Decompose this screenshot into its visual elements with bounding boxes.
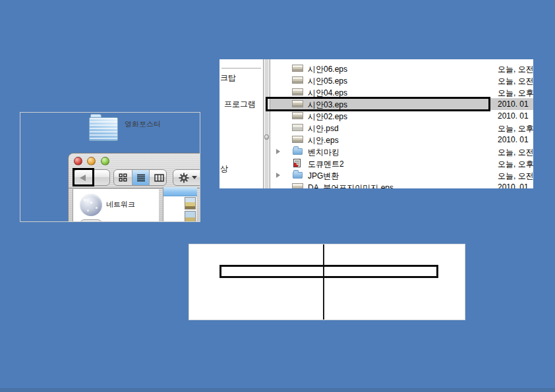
zoom-button[interactable] (101, 157, 109, 165)
desktop-folder-icon[interactable] (89, 114, 119, 142)
file-date: 2010. 01 (498, 111, 529, 121)
file-name: 벤치마킹 (308, 147, 339, 158)
eps-thumbnail-icon (292, 136, 303, 143)
disclosure-triangle-icon[interactable] (276, 149, 280, 154)
sidebar-item-movies[interactable]: 상 (220, 163, 228, 175)
file-row[interactable]: DA_불어표지이미지.eps2010. 01 (270, 181, 533, 188)
document-icon (293, 159, 301, 167)
psd-thumbnail-icon (292, 124, 303, 131)
sidebar-item-desktop[interactable]: 크탑 (220, 72, 236, 84)
file-date: 오늘, 오전 (498, 76, 533, 87)
close-button[interactable] (74, 157, 82, 165)
window-sidebar: 네트워크 (73, 189, 159, 222)
file-thumbnail[interactable] (185, 211, 196, 222)
bottom-edge-strip (0, 388, 555, 392)
sidebar-separator (221, 68, 261, 69)
file-date: 오늘, 오전 (498, 171, 533, 182)
file-row[interactable]: 시안02.eps2010. 01 (270, 110, 533, 122)
desktop-folder-label[interactable]: 영화포스터 (125, 119, 161, 129)
file-row[interactable]: 벤치마킹오늘, 오전 (270, 146, 533, 157)
column-view-icon (154, 174, 164, 182)
eps-thumbnail-icon (292, 76, 303, 84)
finder-file-list-panel: 크탑 프로그램 상 시안06.eps오늘, 오전시안05.eps오늘, 오전시안… (219, 59, 533, 188)
icon-view-button[interactable] (114, 170, 132, 185)
file-date: 오늘, 오전 (498, 64, 533, 75)
file-row[interactable]: 시안06.eps오늘, 오전 (270, 63, 533, 74)
banner-outline-rectangle (219, 265, 438, 278)
eps-thumbnail-icon (292, 112, 303, 119)
file-date: 2010. 01 (498, 99, 529, 109)
file-row[interactable]: 시안.psd오늘, 오후 (270, 122, 533, 134)
window-list-area (163, 187, 196, 222)
folder-body (89, 117, 118, 141)
file-name: 시안02.eps (308, 111, 347, 123)
icon-view-icon (119, 173, 127, 182)
file-list: 시안06.eps오늘, 오전시안05.eps오늘, 오전시안04.eps오늘, … (270, 63, 533, 188)
splitter-knob[interactable] (264, 134, 269, 140)
file-name: 시안.eps (308, 135, 339, 146)
eps-thumbnail-icon (292, 183, 303, 188)
list-view-button[interactable] (132, 170, 150, 185)
annotation-rectangle (266, 97, 490, 111)
layout-diagram (189, 244, 465, 320)
sidebar-splitter[interactable] (263, 59, 270, 188)
file-date: 2010. 01 (498, 135, 529, 144)
file-date: 오늘, 오후 (498, 159, 533, 170)
list-view-icon (136, 173, 146, 182)
hard-disk-icon[interactable] (79, 219, 103, 222)
action-menu-button[interactable] (173, 169, 200, 186)
chevron-down-icon (192, 176, 197, 179)
minimize-button[interactable] (87, 157, 96, 165)
finder-window: 네트워크 (68, 153, 200, 222)
folder-icon (293, 148, 303, 155)
eps-thumbnail-icon (292, 65, 303, 72)
file-date: 오늘, 오전 (498, 147, 533, 158)
column-header[interactable] (163, 187, 197, 196)
column-view-button[interactable] (150, 170, 168, 185)
file-row[interactable]: 시안.eps2010. 01 (270, 134, 533, 146)
file-name: JPG변환 (308, 171, 339, 182)
file-name: 시안.psd (308, 123, 339, 134)
file-date: 오늘, 오후 (498, 88, 533, 99)
file-name: DA_불어표지이미지.eps (308, 182, 394, 188)
annotation-rectangle (73, 168, 94, 186)
file-date: 2010. 01 (498, 182, 529, 188)
file-thumbnail[interactable] (185, 197, 196, 210)
file-name: 시안05.eps (308, 76, 347, 87)
gear-icon (179, 173, 189, 183)
file-row[interactable]: 도큐멘트2오늘, 오후 (270, 157, 533, 169)
sidebar-item-label: 네트워크 (106, 200, 135, 210)
file-name: 도큐멘트2 (308, 159, 344, 170)
file-row[interactable]: 시안05.eps오늘, 오전 (270, 74, 533, 86)
eps-thumbnail-icon (292, 88, 303, 96)
center-fold-line (323, 244, 324, 320)
desktop-screenshot-region: 영화포스터 (20, 112, 200, 222)
network-globe-icon (80, 194, 102, 216)
file-date: 오늘, 오후 (498, 123, 533, 134)
folder-icon (293, 172, 303, 179)
disclosure-triangle-icon[interactable] (276, 173, 280, 178)
view-mode-group (113, 169, 167, 186)
file-name: 시안06.eps (308, 64, 347, 75)
sidebar-item-applications[interactable]: 프로그램 (224, 99, 256, 110)
forward-button[interactable] (92, 170, 111, 185)
file-row[interactable]: JPG변환오늘, 오전 (270, 169, 533, 181)
